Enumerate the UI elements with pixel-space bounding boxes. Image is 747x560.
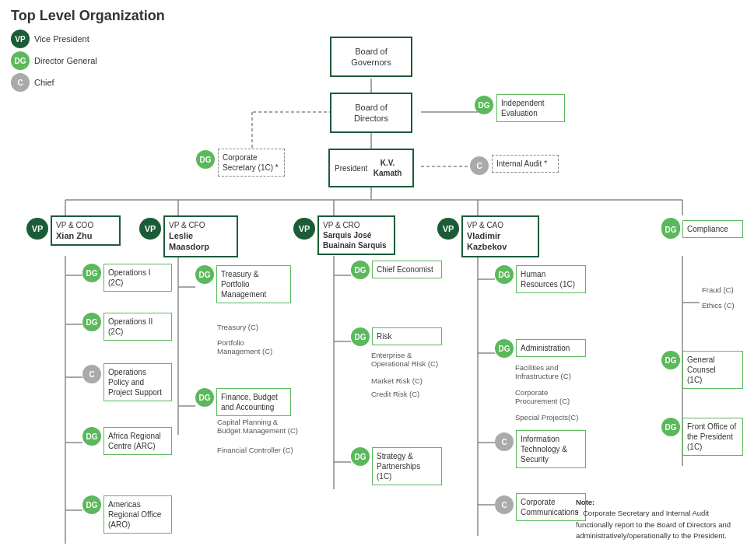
dg-badge-checon: DG	[351, 261, 370, 279]
note-heading: Note:	[576, 498, 594, 506]
c-badge-opspolicy: C	[82, 365, 101, 383]
dg-badge-frontoffice: DG	[661, 418, 680, 436]
americas-group: DG AmericasRegional Office(ARO)	[82, 495, 172, 534]
it-sec-box: InformationTechnology &Security	[516, 430, 586, 468]
ops2-box: Operations II (2C)	[103, 313, 172, 341]
dg-badge-hr: DG	[495, 265, 514, 284]
dg-badge-risk: DG	[351, 327, 370, 346]
internal-audit-group: C Internal Audit *	[470, 155, 559, 175]
c-badge-corpcomms: C	[495, 495, 514, 514]
president-box: PresidentK.V. Kamath	[328, 149, 414, 187]
dg-badge-compliance: DG	[661, 220, 680, 239]
front-office-box: Front Office ofthe President(1C)	[682, 418, 743, 456]
vp-coo-group: VP VP & COO Xian Zhu	[26, 215, 121, 246]
fraud-c: Fraud (C)	[702, 285, 734, 294]
special-c: Special Projects(C)	[515, 413, 578, 422]
board-governors-box: Board ofGovernors	[330, 37, 412, 77]
general-counsel-box: General Counsel(1C)	[682, 351, 743, 389]
dg-badge-finance: DG	[195, 388, 214, 407]
vp-cro-group: VP VP & CRO Sarquis JoséBuainain Sarquis	[293, 215, 395, 255]
admin-group: DG Administration	[495, 339, 586, 358]
front-office-group: DG Front Office ofthe President(1C)	[661, 418, 743, 456]
capital-c: Capital Planning &Budget Management (C)	[217, 418, 298, 435]
africa-group: DG Africa RegionalCentre (ARC)	[82, 427, 172, 455]
board-directors-box: Board ofDirectors	[330, 93, 412, 133]
it-sec-group: C InformationTechnology &Security	[495, 430, 586, 468]
humanres-box: HumanResources (1C)	[516, 265, 586, 293]
admin-box: Administration	[516, 339, 586, 357]
vp-cao-box: VP & CAO Vladimir Kazbekov	[461, 215, 539, 257]
africa-box: Africa RegionalCentre (ARC)	[103, 427, 172, 455]
vp-coo-box: VP & COO Xian Zhu	[51, 215, 121, 246]
independent-eval-box: IndependentEvaluation	[496, 94, 565, 122]
dg-badge-ops2: DG	[82, 313, 101, 331]
c-badge-intaudit: C	[470, 156, 489, 175]
org-chart: Board ofGovernors Board ofDirectors DG I…	[11, 30, 742, 559]
facilities-c: Facilities andInfrastructure (C)	[515, 363, 589, 380]
vp-cfo-group: VP VP & CFO Leslie Maasdorp	[139, 215, 238, 257]
finance-group: DG Finance, Budgetand Accounting	[195, 388, 291, 416]
dg-badge-americas: DG	[82, 495, 101, 514]
dg-badge-admin: DG	[495, 339, 514, 358]
vp-cao-group: VP VP & CAO Vladimir Kazbekov	[437, 215, 539, 257]
dg-badge-gencounsel: DG	[661, 351, 680, 369]
enterprise-c: Enterprise &Operational Risk (C)	[371, 351, 449, 368]
treasury-box: Treasury &PortfolioManagement	[216, 265, 291, 303]
americas-box: AmericasRegional Office(ARO)	[103, 495, 172, 534]
procurement-c: CorporateProcurement (C)	[515, 388, 589, 405]
dg-badge-treasury: DG	[195, 265, 214, 284]
ops-policy-group: C OperationsPolicy andProject Support	[82, 363, 172, 401]
market-c: Market Risk (C)	[371, 376, 423, 385]
dg-badge-africa: DG	[82, 427, 101, 446]
corp-secretary-group: DG CorporateSecretary (1C) *	[196, 149, 285, 177]
treasury-group: DG Treasury &PortfolioManagement	[195, 265, 291, 303]
corp-secretary-box: CorporateSecretary (1C) *	[218, 149, 285, 177]
page: Top Level Organization VP Vice President…	[0, 0, 747, 560]
ops2-group: DG Operations II (2C)	[82, 313, 172, 341]
compliance-box: Compliance	[682, 220, 743, 238]
dg-badge-ops1: DG	[82, 264, 101, 282]
ops1-group: DG Operations I (2C)	[82, 264, 172, 292]
note-asterisk: *	[576, 509, 580, 517]
note-text: Corporate Secretary and Internal Audit f…	[576, 509, 731, 540]
dg-badge-corpsec: DG	[196, 150, 215, 169]
vp-badge-coo: VP	[26, 218, 48, 240]
independent-eval-group: DG IndependentEvaluation	[475, 94, 565, 122]
risk-group: DG Risk	[351, 327, 442, 346]
vp-cro-box: VP & CRO Sarquis JoséBuainain Sarquis	[317, 215, 395, 255]
strategy-group: DG Strategy &Partnerships (1C)	[351, 447, 442, 485]
financial-ctrl-c: Financial Controller (C)	[217, 446, 293, 454]
vp-badge-cfo: VP	[139, 218, 161, 240]
chief-econ-group: DG Chief Economist	[351, 261, 442, 279]
page-title: Top Level Organization	[11, 8, 736, 24]
ethics-c: Ethics (C)	[702, 301, 735, 310]
finance-box: Finance, Budgetand Accounting	[216, 388, 291, 416]
general-counsel-group: DG General Counsel(1C)	[661, 351, 743, 389]
chief-econ-box: Chief Economist	[372, 261, 442, 278]
portfolio-c: PortfolioManagement (C)	[217, 338, 272, 355]
vp-cfo-box: VP & CFO Leslie Maasdorp	[163, 215, 238, 257]
credit-c: Credit Risk (C)	[371, 390, 419, 398]
corp-comms-group: C CorporateCommunications	[495, 493, 586, 521]
internal-audit-box: Internal Audit *	[492, 155, 559, 173]
ops-policy-box: OperationsPolicy andProject Support	[103, 363, 172, 401]
strategy-box: Strategy &Partnerships (1C)	[372, 447, 442, 485]
vp-badge-cao: VP	[437, 218, 459, 240]
c-badge-itsec: C	[495, 432, 514, 451]
treasury-c: Treasury (C)	[217, 323, 258, 331]
dg-badge-indeval: DG	[475, 96, 493, 114]
vp-badge-cro: VP	[293, 218, 315, 240]
dg-badge-strategy: DG	[351, 447, 370, 466]
risk-box: Risk	[372, 327, 442, 345]
humanres-group: DG HumanResources (1C)	[495, 265, 586, 293]
note-box: Note: * Corporate Secretary and Internal…	[576, 497, 731, 541]
compliance-group: DG Compliance	[661, 220, 743, 239]
ops1-box: Operations I (2C)	[103, 264, 172, 292]
